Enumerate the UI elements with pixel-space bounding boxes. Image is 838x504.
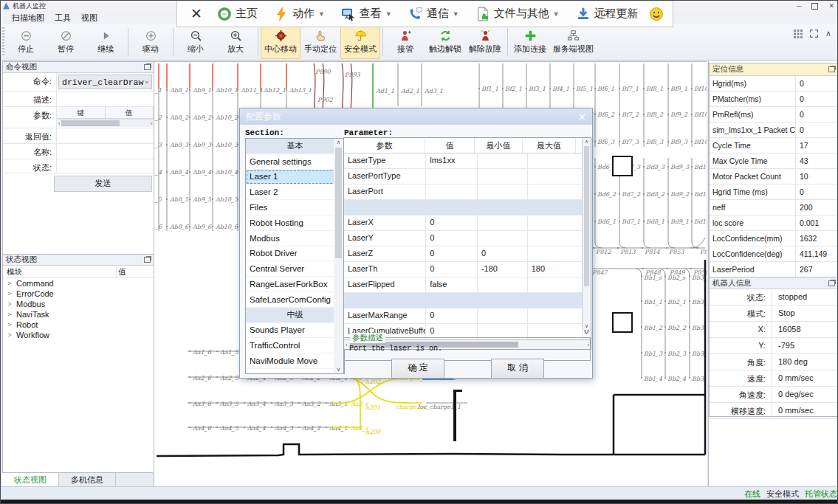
param-row[interactable]: LaserFlippedfalsefa — [344, 277, 591, 293]
quickbar-close-icon[interactable]: ✕ — [186, 5, 207, 22]
zoom-out-button[interactable]: 缩小 — [176, 25, 216, 59]
tree-item-robot[interactable]: >Robot — [3, 320, 154, 330]
quickbar-home[interactable]: 主页 — [211, 7, 264, 21]
param-table-vscrollbar[interactable]: ∧ ∨ — [582, 138, 591, 330]
close-icon[interactable]: ✕ — [828, 3, 834, 10]
section-item[interactable]: NaviModule Move — [246, 353, 344, 369]
scroll-down-icon[interactable]: ∨ — [334, 367, 343, 373]
section-item[interactable]: General settings — [246, 154, 344, 170]
tree-item-workflow[interactable]: >Workflow — [3, 330, 154, 340]
param-row[interactable]: LaserPort — [344, 184, 591, 200]
center-move-button[interactable]: 中心移动 — [261, 25, 300, 59]
desc-field[interactable] — [56, 92, 154, 106]
section-item[interactable]: Robot Hosting — [246, 215, 344, 231]
param-row[interactable]: LaserTypelms1xxIn — [344, 153, 591, 169]
scroll-thumb[interactable] — [584, 146, 589, 286]
section-item[interactable]: Laser 1 — [246, 170, 344, 185]
command-select[interactable]: driver_clearDraw ˅ — [58, 75, 152, 89]
menu-item-0[interactable]: 扫描地图 — [7, 13, 49, 24]
float-panel-icon[interactable] — [144, 64, 151, 70]
param-hscrollbar[interactable]: ‹ › — [57, 119, 154, 127]
section-item[interactable]: NaviModule Drive — [246, 369, 344, 374]
quickbar-files-and-others[interactable]: 文件与其他▼ — [470, 7, 566, 21]
param-table-header: 参数值最小值最大值 — [344, 138, 591, 153]
add-connection-button[interactable]: 添加连接 — [510, 25, 550, 59]
fullscreen-icon[interactable] — [809, 29, 819, 38]
section-item[interactable]: RangeLaserForkBox — [246, 277, 344, 292]
float-panel-icon[interactable] — [144, 257, 151, 263]
menu-item-1[interactable]: 工具 — [49, 13, 76, 24]
param-separator-row[interactable] — [344, 293, 591, 308]
param-mini-table[interactable]: 键 值 ‹ › — [56, 107, 154, 128]
takeover-button[interactable]: 接管 — [385, 25, 425, 59]
map-label: Bf10_1 — [694, 86, 707, 92]
toolbar-separator — [382, 28, 383, 56]
section-item[interactable]: TrafficControl — [246, 338, 344, 353]
server-view-button[interactable]: 服务端视图 — [550, 25, 597, 59]
param-cell — [478, 231, 528, 246]
tree-item-modbus[interactable]: >Modbus — [3, 299, 154, 309]
param-row[interactable]: LaserX00 — [344, 215, 591, 231]
param-row[interactable]: LaserMaxRange00 — [344, 308, 591, 324]
map-label: Bb1_s — [644, 275, 662, 281]
grid-icon[interactable] — [794, 30, 803, 38]
toolbar-grip[interactable] — [2, 27, 4, 57]
section-item[interactable]: Robot Driver — [246, 246, 344, 262]
tree-item-navitask[interactable]: >NaviTask — [3, 309, 154, 320]
tab-状态视图[interactable]: 状态视图 — [2, 473, 59, 487]
param-row[interactable]: LaserY00 — [344, 231, 591, 246]
pause-button[interactable]: 暂停 — [46, 25, 86, 59]
expander-icon[interactable]: > — [3, 280, 16, 287]
scroll-thumb[interactable] — [335, 148, 342, 258]
scroll-thumb[interactable] — [61, 120, 120, 126]
collapse-toolbar-icon[interactable]: ∧ — [825, 29, 831, 38]
clear-fault-button[interactable]: 解除故障 — [465, 25, 505, 59]
drive-button[interactable]: 驱动 — [131, 25, 171, 59]
expander-icon[interactable]: > — [3, 300, 16, 308]
section-scrollbar[interactable]: ∧ ∨ — [334, 138, 344, 374]
param-separator-row[interactable] — [344, 200, 591, 215]
resume-button[interactable]: 继续 — [86, 25, 126, 59]
expander-icon[interactable]: > — [3, 331, 16, 339]
manual-locate-button[interactable]: 手动定位 — [300, 25, 340, 59]
robot-row-value: 16058 — [772, 322, 838, 337]
float-panel-icon[interactable] — [828, 66, 835, 72]
dialog-titlebar[interactable]: 配置参数 ✕ — [240, 108, 592, 125]
quickbar-action[interactable]: 动作▼ — [268, 7, 331, 21]
quickbar-communication[interactable]: 通信▼ — [402, 7, 465, 21]
menu-item-2[interactable]: 视图 — [76, 13, 103, 24]
expander-icon[interactable]: > — [3, 290, 16, 297]
dialog-close-icon[interactable]: ✕ — [578, 111, 586, 122]
quickbar-remote-update[interactable]: 远程更新 — [570, 7, 645, 21]
param-row[interactable]: LaserTh0-1801800 — [344, 262, 591, 277]
maximize-icon[interactable] — [811, 3, 818, 10]
section-item[interactable]: SafeLaserComConfig — [246, 292, 344, 308]
toolbar-separator — [128, 28, 128, 56]
minimize-icon[interactable]: ─ — [797, 3, 801, 10]
param-row[interactable]: LaserPortType — [344, 169, 591, 184]
safe-mode-button[interactable]: 安全模式 — [340, 25, 380, 59]
scroll-up-icon[interactable]: ∧ — [334, 139, 343, 145]
section-item[interactable]: Sounds Player — [246, 323, 344, 339]
section-item[interactable]: Modbus — [246, 231, 344, 246]
zoom-in-button[interactable]: 放大 — [216, 25, 255, 59]
scroll-down-icon[interactable]: ∨ — [583, 323, 591, 329]
section-item[interactable]: Files — [246, 200, 344, 215]
ok-button[interactable]: 确 定 — [391, 359, 444, 379]
tree-item-errorcode[interactable]: >ErrorCode — [3, 289, 154, 299]
section-item[interactable]: Laser 2 — [246, 184, 344, 200]
send-button[interactable]: 发送 — [54, 176, 152, 192]
float-panel-icon[interactable] — [828, 280, 835, 286]
edge-unlock-button[interactable]: 触边解锁 — [425, 25, 465, 59]
tab-多机信息[interactable]: 多机信息 — [59, 473, 116, 487]
param-row[interactable]: LaserZ000 — [344, 246, 591, 262]
cancel-button[interactable]: 取 消 — [491, 359, 544, 379]
smiley-icon[interactable] — [649, 7, 664, 21]
stop-button[interactable]: 停止 — [6, 25, 46, 59]
expander-icon[interactable]: > — [3, 321, 16, 328]
scroll-up-icon[interactable]: ∧ — [583, 139, 591, 145]
expander-icon[interactable]: > — [3, 311, 16, 318]
section-item[interactable]: Central Server — [246, 261, 344, 277]
quickbar-view[interactable]: 查看▼ — [335, 7, 398, 21]
tree-item-command[interactable]: >Command — [3, 278, 154, 289]
